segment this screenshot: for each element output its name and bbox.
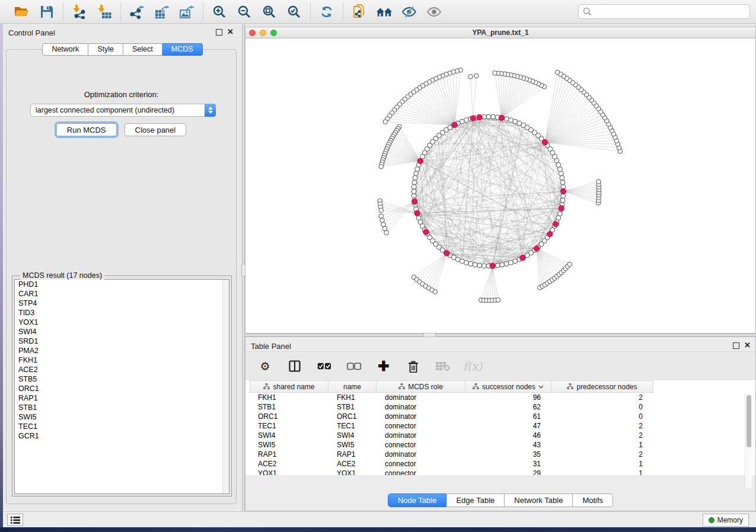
memory-button[interactable]: Memory — [703, 514, 749, 527]
mcds-result-item[interactable]: TID3 — [15, 308, 229, 318]
cell-name[interactable]: STB1 — [328, 402, 377, 412]
tab-network[interactable]: Network — [42, 43, 88, 56]
show-all-button[interactable] — [426, 4, 442, 20]
mcds-result-item[interactable]: SWI4 — [15, 327, 229, 336]
open-session-button[interactable] — [14, 4, 30, 20]
cell-successors[interactable]: 46 — [465, 431, 551, 440]
cell-role[interactable]: dominator — [377, 450, 465, 459]
first-neighbors-button[interactable] — [376, 4, 393, 20]
tab-network-table[interactable]: Network Table — [505, 493, 573, 507]
column-header-predecessor-nodes[interactable]: predecessor nodes — [551, 380, 653, 393]
cell-role[interactable]: dominator — [377, 402, 465, 412]
select-all-icon[interactable] — [317, 358, 332, 374]
mcds-result-item[interactable]: CAR1 — [15, 289, 229, 299]
split-view-icon[interactable] — [287, 358, 302, 374]
cell-name[interactable]: SWI4 — [328, 431, 377, 440]
cell-predecessors[interactable]: 2 — [551, 421, 653, 431]
mcds-result-scrollbar[interactable] — [222, 280, 229, 493]
table-row[interactable]: STB1STB1dominator620 — [250, 402, 741, 412]
cell-successors[interactable]: 43 — [465, 440, 551, 450]
mcds-result-item[interactable]: PMA2 — [15, 346, 229, 355]
cell-predecessors[interactable]: 1 — [551, 459, 653, 469]
close-panel-icon[interactable]: ✕ — [744, 341, 751, 350]
import-table-button[interactable] — [96, 4, 113, 20]
zoom-fit-button[interactable] — [261, 4, 277, 20]
column-header-shared-name[interactable]: shared name — [250, 380, 328, 393]
close-panel-icon[interactable]: ✕ — [227, 27, 234, 36]
table-scrollbar[interactable] — [745, 394, 752, 488]
cell-name[interactable]: RAP1 — [328, 450, 377, 459]
table-row[interactable]: SWI5SWI5connector431 — [250, 440, 741, 450]
tab-style[interactable]: Style — [88, 43, 123, 56]
cell-shared-name[interactable]: STB1 — [250, 402, 328, 412]
mcds-result-item[interactable]: SWI5 — [15, 412, 229, 422]
cell-shared-name[interactable]: ORC1 — [250, 412, 328, 421]
mcds-result-item[interactable]: GCR1 — [15, 431, 229, 441]
cell-predecessors[interactable]: 2 — [551, 431, 653, 440]
gear-icon[interactable]: ⚙ — [257, 358, 273, 374]
zoom-in-button[interactable] — [211, 4, 228, 20]
mcds-result-item[interactable]: ACE2 — [15, 365, 229, 374]
mcds-result-item[interactable]: SRD1 — [15, 336, 229, 346]
cell-shared-name[interactable]: YOX1 — [250, 469, 328, 475]
task-history-button[interactable] — [7, 514, 23, 526]
mcds-result-item[interactable]: STP4 — [15, 299, 229, 308]
cell-role[interactable]: connector — [377, 440, 465, 450]
tab-edge-table[interactable]: Edge Table — [446, 493, 505, 507]
table-row[interactable]: SWI4SWI4dominator462 — [250, 431, 741, 440]
cell-name[interactable]: ACE2 — [328, 459, 377, 469]
cell-shared-name[interactable]: TEC1 — [250, 421, 328, 431]
mcds-result-item[interactable]: RAP1 — [15, 393, 229, 403]
cell-predecessors[interactable]: 0 — [551, 412, 653, 421]
cell-predecessors[interactable]: 1 — [551, 469, 653, 475]
table-row[interactable]: ORC1ORC1dominator610 — [250, 412, 741, 421]
cell-successors[interactable]: 31 — [465, 459, 551, 469]
cell-role[interactable]: connector — [377, 421, 465, 431]
cell-name[interactable]: TEC1 — [328, 421, 377, 431]
cell-shared-name[interactable]: SWI4 — [250, 431, 328, 440]
cell-predecessors[interactable]: 1 — [551, 440, 653, 450]
refresh-button[interactable] — [318, 4, 335, 20]
table-row[interactable]: RAP1RAP1dominator352 — [250, 450, 741, 459]
mcds-result-item[interactable]: YOX1 — [15, 318, 229, 327]
cell-shared-name[interactable]: FKH1 — [250, 393, 328, 402]
cell-role[interactable]: dominator — [377, 431, 465, 440]
mcds-result-item[interactable]: STB1 — [15, 403, 229, 412]
cell-predecessors[interactable]: 2 — [551, 393, 653, 402]
cell-successors[interactable]: 29 — [465, 469, 551, 475]
cell-shared-name[interactable]: RAP1 — [250, 450, 328, 459]
table-row[interactable]: YOX1YOX1connector291 — [250, 469, 741, 475]
column-header-name[interactable]: name — [328, 380, 377, 393]
scrollbar-thumb[interactable] — [747, 395, 751, 447]
save-session-button[interactable] — [39, 4, 55, 20]
add-column-icon[interactable]: ✚ — [376, 358, 391, 374]
search-input[interactable] — [592, 8, 745, 16]
mcds-result-item[interactable]: FKH1 — [15, 355, 229, 365]
cell-successors[interactable]: 96 — [465, 393, 551, 402]
cell-role[interactable]: dominator — [377, 393, 465, 402]
table-row[interactable]: ACE2ACE2connector311 — [250, 459, 741, 469]
export-image-button[interactable] — [178, 4, 195, 20]
cell-predecessors[interactable]: 0 — [551, 402, 653, 412]
network-canvas[interactable] — [245, 39, 755, 333]
hide-selected-button[interactable] — [401, 4, 417, 20]
mcds-result-item[interactable]: TEC1 — [15, 422, 229, 431]
column-header-mcds-role[interactable]: MCDS role — [377, 380, 465, 393]
float-panel-icon[interactable] — [216, 29, 222, 36]
delete-column-icon[interactable] — [406, 358, 421, 374]
tab-mcds[interactable]: MCDS — [162, 43, 203, 56]
tab-motifs[interactable]: Motifs — [573, 493, 613, 507]
close-panel-button[interactable]: Close panel — [125, 123, 187, 136]
tab-select[interactable]: Select — [123, 43, 162, 56]
cell-successors[interactable]: 35 — [465, 450, 551, 459]
new-network-button[interactable] — [351, 4, 368, 20]
zoom-selected-button[interactable] — [286, 4, 302, 20]
mcds-result-item[interactable]: ORC1 — [15, 384, 229, 393]
column-header-successor-nodes[interactable]: successor nodes — [465, 380, 551, 393]
deselect-all-icon[interactable] — [346, 358, 362, 374]
import-network-button[interactable] — [71, 4, 88, 20]
mcds-result-item[interactable]: STB5 — [15, 374, 229, 384]
run-mcds-button[interactable]: Run MCDS — [56, 123, 117, 136]
cell-shared-name[interactable]: SWI5 — [250, 440, 328, 450]
cell-name[interactable]: SWI5 — [328, 440, 377, 450]
